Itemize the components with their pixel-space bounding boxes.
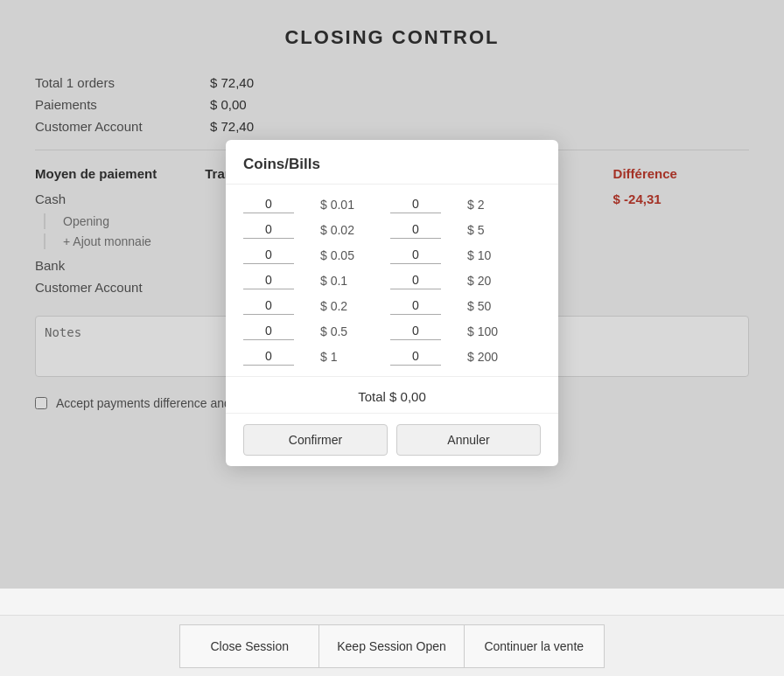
coins-grid: $ 0.01$ 2$ 0.02$ 5$ 0.05$ 10$ 0.1$ 20$ 0…: [243, 195, 541, 366]
coin-input-right-3[interactable]: [390, 271, 441, 289]
coin-input-right-4[interactable]: [390, 296, 441, 315]
modal-overlay: Coins/Bills $ 0.01$ 2$ 0.02$ 5$ 0.05$ 10…: [0, 0, 784, 589]
coin-input-right-6[interactable]: [390, 347, 441, 366]
modal-footer: Confirmer Annuler: [226, 413, 558, 466]
confirm-button[interactable]: Confirmer: [243, 424, 388, 456]
coin-input-left-3[interactable]: [243, 271, 294, 289]
coin-input-left-4[interactable]: [243, 296, 294, 315]
coin-label-right-6: $ 200: [464, 350, 534, 364]
coin-input-right-2[interactable]: [390, 246, 441, 264]
modal-body: $ 0.01$ 2$ 0.02$ 5$ 0.05$ 10$ 0.1$ 20$ 0…: [226, 185, 558, 376]
coin-input-right-1[interactable]: [390, 220, 441, 239]
coin-input-left-5[interactable]: [243, 322, 294, 340]
coin-label-right-2: $ 10: [464, 248, 534, 262]
keep-open-button[interactable]: Keep Session Open: [319, 624, 465, 668]
cancel-button[interactable]: Annuler: [396, 424, 541, 456]
coin-input-right-5[interactable]: [390, 322, 441, 340]
coin-input-left-0[interactable]: [243, 195, 294, 213]
coin-label-right-5: $ 100: [464, 324, 534, 338]
coin-label-left-5: $ 0.5: [317, 324, 387, 338]
coins-bills-modal: Coins/Bills $ 0.01$ 2$ 0.02$ 5$ 0.05$ 10…: [226, 140, 558, 466]
coin-label-right-0: $ 2: [464, 198, 534, 212]
continue-sale-button[interactable]: Continuer la vente: [465, 624, 605, 668]
coin-label-right-3: $ 20: [464, 274, 534, 288]
coin-label-left-0: $ 0.01: [317, 198, 387, 212]
coin-label-left-1: $ 0.02: [317, 223, 387, 237]
modal-total: Total $ 0,00: [226, 376, 558, 413]
coin-label-right-4: $ 50: [464, 299, 534, 313]
coin-label-left-6: $ 1: [317, 350, 387, 364]
coin-input-left-1[interactable]: [243, 220, 294, 239]
coin-input-left-2[interactable]: [243, 246, 294, 264]
modal-title: Coins/Bills: [226, 140, 558, 185]
coin-label-left-2: $ 0.05: [317, 248, 387, 262]
coin-input-left-6[interactable]: [243, 347, 294, 366]
coin-label-right-1: $ 5: [464, 223, 534, 237]
coin-label-left-4: $ 0.2: [317, 299, 387, 313]
coin-input-right-0[interactable]: [390, 195, 441, 213]
bottom-bar: Close Session Keep Session Open Continue…: [0, 615, 784, 676]
coin-label-left-3: $ 0.1: [317, 274, 387, 288]
close-session-button[interactable]: Close Session: [179, 624, 319, 668]
